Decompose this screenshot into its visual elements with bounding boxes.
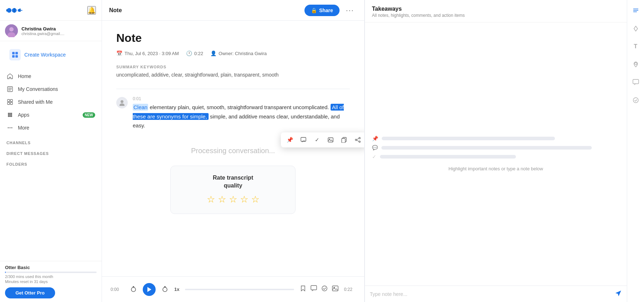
toolbar-copy-button[interactable] (339, 135, 350, 145)
svg-rect-56 (332, 286, 338, 291)
sidebar-item-apps[interactable]: Apps New (0, 108, 102, 121)
time-start: 0:00 (111, 287, 122, 292)
svg-rect-27 (10, 99, 13, 102)
toolbar-comment-button[interactable] (298, 135, 309, 145)
star-5[interactable]: ☆ (251, 194, 259, 205)
placeholder-line-3 (380, 155, 516, 159)
toolbar-image-button[interactable] (325, 135, 336, 145)
svg-point-37 (9, 116, 11, 117)
svg-rect-10 (14, 8, 15, 13)
create-workspace-icon (9, 49, 21, 60)
star-3[interactable]: ☆ (229, 194, 237, 205)
share-button[interactable]: 🔒 Share (304, 5, 340, 16)
svg-rect-19 (15, 52, 18, 54)
check-action-button[interactable] (321, 285, 328, 293)
svg-rect-62 (633, 79, 639, 84)
svg-rect-48 (342, 138, 345, 143)
progress-bar[interactable] (185, 289, 294, 290)
nav-section: Home My Conversations Shared with Me App… (0, 68, 102, 136)
send-note-button[interactable] (615, 289, 622, 298)
user-email: christina.gwira@gmail.... (21, 31, 64, 36)
svg-point-16 (9, 27, 14, 31)
sidebar-item-my-conversations[interactable]: My Conversations (0, 83, 102, 96)
svg-point-50 (355, 139, 357, 141)
player-controls: 1x (128, 283, 179, 296)
tab-location-button[interactable] (629, 58, 642, 71)
create-workspace-label: Create Workspace (24, 52, 66, 58)
placeholder-row-1: 📌 (372, 136, 620, 141)
comment-action-button[interactable] (311, 285, 317, 293)
tab-text-button[interactable]: T (629, 40, 642, 53)
note-area: Note 📅 Thu, Jul 6, 2023 · 3:09 AM 🕐 0:22… (102, 21, 364, 276)
create-workspace-button[interactable]: Create Workspace (4, 44, 98, 65)
takeaways-title: Takeaways (372, 6, 620, 12)
rewind-button[interactable] (128, 284, 139, 295)
tab-chat-button[interactable] (629, 76, 642, 89)
sidebar-item-home[interactable]: Home (0, 70, 102, 83)
notification-bell-icon[interactable]: 🔔 (87, 6, 96, 15)
topbar-actions: 🔒 Share ··· (304, 5, 357, 16)
star-2[interactable]: ☆ (218, 194, 226, 205)
forward-button[interactable] (159, 284, 171, 295)
plan-reset: Minutes reset in 31 days (5, 279, 97, 284)
toolbar-share-button[interactable] (352, 135, 363, 145)
transcript-text-part1: elementary plain, quiet, smooth, straigh… (150, 104, 330, 110)
transcript-content: 0:01 Clean elementary plain, quiet, smoo… (133, 96, 350, 130)
topbar: Note 🔒 Share ··· (102, 0, 364, 21)
clock-icon: 🕐 (186, 50, 192, 56)
time-end: 0:22 (344, 287, 356, 292)
placeholder-lines: 📌 💬 ✓ (372, 136, 620, 160)
play-button[interactable] (143, 283, 156, 296)
star-4[interactable]: ☆ (240, 194, 248, 205)
toolbar-pin-button[interactable]: 📌 (284, 135, 295, 145)
note-meta: 📅 Thu, Jul 6, 2023 · 3:09 AM 🕐 0:22 👤 Ow… (116, 50, 350, 56)
star-1[interactable]: ☆ (207, 194, 215, 205)
svg-point-31 (9, 113, 11, 114)
sidebar-item-shared-with-me[interactable]: Shared with Me (0, 96, 102, 108)
transcript-time: 0:01 (133, 96, 350, 101)
tab-diamond-button[interactable] (629, 22, 642, 35)
get-otter-pro-button[interactable]: Get Otter Pro (5, 287, 55, 298)
more-options-button[interactable]: ··· (343, 5, 357, 16)
note-input[interactable] (370, 291, 611, 297)
star-rating[interactable]: ☆ ☆ ☆ ☆ ☆ (179, 194, 287, 205)
apps-icon (6, 112, 14, 118)
sidebar-item-my-conversations-label: My Conversations (18, 86, 95, 92)
user-section[interactable]: Christina Gwira christina.gwira@gmail...… (0, 21, 102, 41)
sidebar: 🔔 Christina Gwira christina.gwira@gmail.… (0, 0, 102, 302)
note-title: Note (116, 31, 350, 45)
content-wrapper: Note 🔒 Share ··· Note 📅 Thu, Jul 6, 2023… (102, 0, 644, 302)
svg-rect-26 (8, 99, 10, 102)
note-date-text: Thu, Jul 6, 2023 · 3:09 AM (125, 51, 179, 56)
svg-rect-6 (6, 9, 8, 11)
toolbar-check-button[interactable]: ✓ (312, 135, 322, 145)
bookmark-action-button[interactable] (300, 285, 306, 293)
highlight-word: Clean (133, 104, 148, 111)
sidebar-item-more[interactable]: More (0, 121, 102, 134)
placeholder-line-2 (381, 146, 592, 150)
svg-rect-28 (8, 102, 10, 104)
image-action-button[interactable] (332, 285, 338, 293)
svg-point-34 (9, 114, 11, 116)
svg-rect-11 (15, 9, 16, 11)
svg-rect-21 (15, 55, 18, 58)
tab-check-button[interactable] (629, 94, 642, 107)
share-label: Share (319, 8, 333, 13)
home-icon (6, 73, 14, 79)
svg-line-52 (357, 138, 359, 140)
transcript-text: Clean elementary plain, quiet, smooth, s… (133, 103, 350, 130)
note-owner: 👤 Owner: Christina Gwira (210, 50, 267, 56)
svg-point-41 (11, 127, 13, 128)
user-name: Christina Gwira (21, 26, 64, 31)
right-icon-tabs: T (627, 0, 644, 302)
calendar-icon: 📅 (116, 50, 122, 56)
placeholder-row-3: ✓ (372, 154, 620, 160)
logo (6, 5, 23, 16)
playback-speed-button[interactable]: 1x (174, 287, 179, 292)
lock-share-icon: 🔒 (311, 8, 317, 13)
svg-rect-13 (19, 8, 20, 12)
svg-point-32 (11, 113, 12, 114)
placeholder-row-2: 💬 (372, 145, 620, 150)
tab-takeaways-button[interactable] (629, 4, 642, 17)
svg-point-43 (119, 103, 125, 106)
